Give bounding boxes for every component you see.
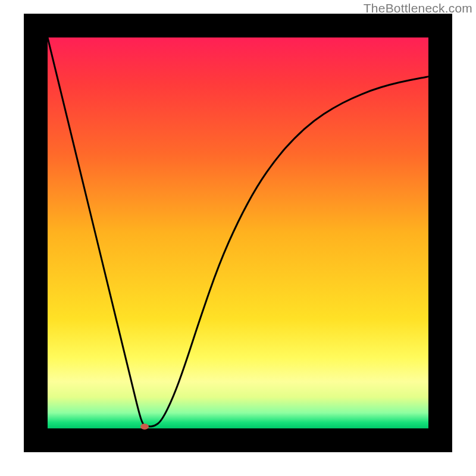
curve-svg xyxy=(48,37,428,428)
plot-area xyxy=(48,37,428,428)
curve-path xyxy=(48,37,428,427)
plot-border xyxy=(24,14,452,452)
min-marker xyxy=(140,424,149,430)
chart-frame: TheBottleneck.com xyxy=(0,0,476,476)
